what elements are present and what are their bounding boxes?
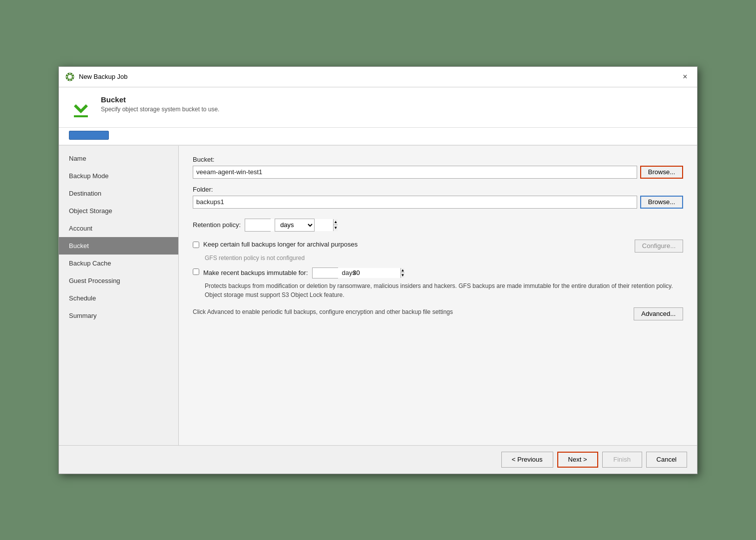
sidebar-item-schedule[interactable]: Schedule: [59, 289, 178, 307]
finish-button: Finish: [602, 452, 642, 468]
sidebar-item-summary[interactable]: Summary: [59, 307, 178, 324]
immutable-spinbox: ▲ ▼: [312, 268, 338, 278]
retention-unit-select[interactable]: days weeks months: [275, 219, 315, 232]
immutable-decrement-button[interactable]: ▼: [401, 272, 405, 278]
sidebar-item-bucket[interactable]: Bucket: [59, 237, 178, 255]
download-arrow-icon: [69, 97, 93, 121]
folder-label: Folder:: [193, 186, 683, 193]
bucket-label: Bucket:: [193, 156, 683, 163]
sidebar-item-backup-cache[interactable]: Backup Cache: [59, 255, 178, 272]
retention-spinbox: ▲ ▼: [245, 219, 271, 232]
content-area: Bucket: Browse... Folder: Browse... Rete…: [179, 146, 697, 445]
immutable-description: Protects backups from modification or de…: [205, 281, 683, 299]
close-button[interactable]: ×: [679, 71, 691, 83]
progress-area: [59, 128, 697, 146]
new-backup-job-dialog: New Backup Job × Bucket Specify object s…: [58, 66, 698, 474]
advanced-button[interactable]: Advanced...: [634, 307, 683, 320]
bucket-input-row: Browse...: [193, 166, 683, 179]
sidebar-item-name[interactable]: Name: [59, 150, 178, 167]
main-layout: Name Backup Mode Destination Object Stor…: [59, 146, 697, 445]
gear-icon: [65, 72, 75, 82]
immutable-checkbox[interactable]: [193, 269, 199, 275]
header-area: Bucket Specify object storage system buc…: [59, 87, 697, 128]
folder-group: Folder: Browse...: [193, 186, 683, 209]
dialog-title: New Backup Job: [79, 73, 675, 80]
next-button[interactable]: Next >: [557, 452, 598, 468]
immutable-increment-button[interactable]: ▲: [401, 268, 405, 273]
immutable-checkbox-row: Make recent backups immutable for: ▲ ▼ d…: [193, 268, 683, 278]
retention-row: Retention policy: ▲ ▼ days weeks months: [193, 219, 683, 232]
sidebar-item-account[interactable]: Account: [59, 220, 178, 237]
immutable-unit-label: days: [342, 269, 356, 276]
advanced-row: Click Advanced to enable periodic full b…: [193, 307, 683, 320]
immutable-spin-buttons: ▲ ▼: [400, 268, 405, 278]
immutable-label: Make recent backups immutable for:: [203, 269, 308, 276]
previous-button[interactable]: < Previous: [501, 452, 553, 468]
retention-spin-buttons: ▲ ▼: [333, 219, 338, 231]
sidebar-item-backup-mode[interactable]: Backup Mode: [59, 167, 178, 185]
sidebar: Name Backup Mode Destination Object Stor…: [59, 146, 179, 445]
browse-bucket-button[interactable]: Browse...: [640, 166, 683, 179]
keep-full-checkbox-row: Keep certain full backups longer for arc…: [193, 241, 358, 248]
bucket-input[interactable]: [193, 166, 637, 179]
progress-bar: [69, 131, 109, 140]
browse-folder-button[interactable]: Browse...: [640, 196, 683, 209]
footer: < Previous Next > Finish Cancel: [59, 445, 697, 474]
keep-full-checkbox[interactable]: [193, 242, 199, 248]
header-text: Bucket Specify object storage system buc…: [101, 95, 219, 113]
header-title: Bucket: [101, 95, 219, 104]
keep-full-label: Keep certain full backups longer for arc…: [203, 241, 358, 248]
svg-marker-1: [74, 101, 88, 113]
bucket-group: Bucket: Browse...: [193, 156, 683, 179]
advanced-text: Click Advanced to enable periodic full b…: [193, 307, 630, 316]
keep-full-row: Keep certain full backups longer for arc…: [193, 240, 683, 253]
folder-input-row: Browse...: [193, 196, 683, 209]
gfs-note: GFS retention policy is not configured: [205, 255, 683, 262]
configure-button[interactable]: Configure...: [635, 240, 683, 253]
retention-label: Retention policy:: [193, 221, 241, 229]
immutable-value-input[interactable]: [313, 268, 400, 278]
retention-increment-button[interactable]: ▲: [334, 219, 338, 225]
immutable-row: Make recent backups immutable for: ▲ ▼ d…: [203, 268, 356, 278]
sidebar-item-object-storage[interactable]: Object Storage: [59, 202, 178, 220]
svg-rect-2: [74, 115, 88, 117]
sidebar-item-destination[interactable]: Destination: [59, 185, 178, 202]
cancel-button[interactable]: Cancel: [646, 452, 687, 468]
sidebar-item-guest-processing[interactable]: Guest Processing: [59, 272, 178, 289]
folder-input[interactable]: [193, 196, 637, 209]
header-subtitle: Specify object storage system bucket to …: [101, 106, 219, 113]
retention-decrement-button[interactable]: ▼: [334, 225, 338, 231]
title-bar: New Backup Job ×: [59, 67, 697, 87]
